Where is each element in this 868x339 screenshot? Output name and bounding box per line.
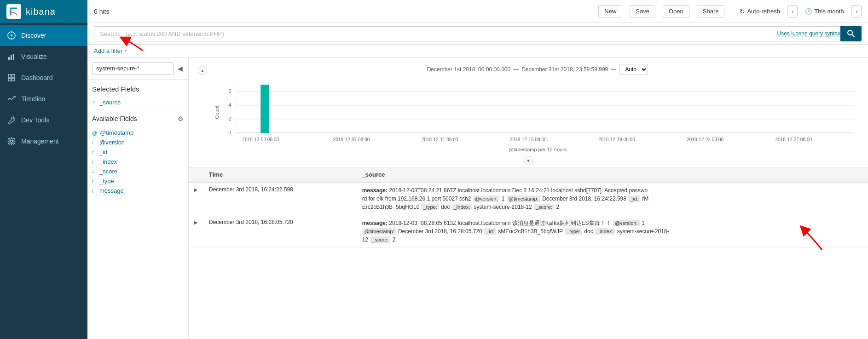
svg-text:2018-12-19 08:00: 2018-12-19 08:00 — [598, 137, 635, 142]
available-fields-header: Available Fields ⚙ — [87, 111, 188, 124]
time-prev-button[interactable]: ‹ — [787, 5, 798, 17]
svg-text:2018-12-07 08:00: 2018-12-07 08:00 — [333, 137, 370, 142]
search-button[interactable] — [840, 26, 862, 41]
autorefresh-label: Auto-refresh — [747, 8, 780, 15]
date-end: December 31st 2018, 23:59:59.999 — [521, 66, 608, 73]
available-field-timestamp[interactable]: @ @timestamp — [92, 128, 184, 138]
sidebar-item-timelion[interactable]: Timelion — [0, 88, 87, 109]
chart-svg: 0 2 4 6 2018-12-03 08:00 2018-12-07 08:0 — [212, 78, 863, 147]
svg-rect-11 — [12, 78, 15, 81]
interval-select[interactable]: Auto — [619, 64, 648, 75]
save-button[interactable]: Save — [630, 5, 655, 17]
autorefresh-control[interactable]: ↻ Auto-refresh — [740, 8, 780, 15]
time-next-button[interactable]: › — [851, 5, 862, 17]
row-expand-icon-2[interactable]: ▶ — [194, 220, 198, 225]
svg-rect-9 — [12, 75, 15, 77]
left-panel: system-secure-* ◀ Selected Fields ? _sou… — [87, 57, 189, 339]
sidebar-item-timelion-label: Timelion — [21, 95, 45, 103]
svg-rect-24 — [260, 85, 269, 133]
date-start: December 1st 2018, 00:00:00.000 — [427, 66, 510, 73]
row-time-2: December 3rd 2018, 16:28:05.720 — [203, 215, 357, 248]
available-field-version[interactable]: t @version — [92, 138, 184, 147]
search-icon — [847, 30, 855, 37]
date-dash: — — [611, 66, 616, 73]
svg-text:2018-12-27 08:00: 2018-12-27 08:00 — [775, 137, 812, 142]
available-fields-title: Available Fields — [92, 115, 137, 122]
searchbar: Uses lucene query syntax — [87, 23, 868, 45]
this-month-label: This month — [814, 8, 844, 15]
add-filter-button[interactable]: Add a filter + — [94, 47, 127, 54]
chart-collapse-bottom: ▼ — [193, 154, 863, 167]
row-time-1: December 3rd 2018, 16:24:22.598 — [203, 182, 357, 215]
sidebar-item-dashboard-label: Dashboard — [21, 74, 53, 81]
annotation-arrow-row2 — [776, 224, 831, 252]
sidebar-item-management-label: Management — [21, 138, 59, 145]
results-table: Time _source ▶ December 3rd 2018, 16:24:… — [189, 167, 868, 339]
sidebar-item-dashboard[interactable]: Dashboard — [0, 67, 87, 88]
svg-point-12 — [11, 140, 13, 143]
svg-text:0: 0 — [228, 130, 231, 135]
row-source-1: message: 2018-12-03T08:24:21.867Z localh… — [357, 182, 868, 215]
table-row: ▶ December 3rd 2018, 16:24:22.598 messag… — [189, 182, 868, 215]
index-dropdown[interactable]: system-secure-* — [92, 62, 174, 75]
svg-text:2018-12-11 08:00: 2018-12-11 08:00 — [422, 137, 458, 142]
hits-count: 6 hits — [94, 8, 109, 15]
share-button[interactable]: Share — [697, 5, 725, 17]
date-separator: — — [513, 66, 519, 73]
compass-icon — [6, 30, 17, 40]
content-area: system-secure-* ◀ Selected Fields ? _sou… — [87, 57, 868, 339]
open-button[interactable]: Open — [663, 5, 689, 17]
available-field-message[interactable]: t message — [92, 186, 184, 195]
sidebar-item-devtools-label: Dev Tools — [21, 116, 49, 124]
svg-text:2018-12-15 08:00: 2018-12-15 08:00 — [510, 137, 547, 142]
row-source-2: message: 2018-12-03T08:28:05.613Z localh… — [357, 215, 868, 248]
row-expand-icon-1[interactable]: ▶ — [194, 187, 198, 192]
sidebar-item-discover[interactable]: Discover — [0, 25, 87, 46]
time-range-display[interactable]: 🕐 This month — [805, 8, 844, 15]
wave-icon — [6, 94, 17, 104]
selected-field-source[interactable]: ? _source — [92, 98, 184, 107]
index-collapse-button[interactable]: ◀ — [177, 64, 184, 73]
kibana-logo-icon — [6, 4, 21, 19]
date-range: December 1st 2018, 00:00:00.000 — Decemb… — [427, 64, 648, 75]
sidebar-nav: Discover Visualize Dashboar — [0, 23, 87, 152]
sidebar: kibana Discover Visualize — [0, 0, 87, 339]
chart-header: December 1st 2018, 00:00:00.000 — Decemb… — [212, 62, 863, 78]
sidebar-item-visualize[interactable]: Visualize — [0, 46, 87, 67]
filterbar: Add a filter + — [87, 45, 868, 57]
svg-text:Count: Count — [214, 105, 220, 119]
svg-rect-6 — [11, 55, 12, 60]
available-fields-gear-icon[interactable]: ⚙ — [178, 115, 184, 122]
available-field-type[interactable]: t _type — [92, 176, 184, 186]
new-button[interactable]: New — [598, 5, 622, 17]
kibana-logo-text: kibana — [26, 6, 56, 17]
chart-collapse-top-button[interactable]: ▲ — [198, 66, 207, 75]
selected-fields-title: Selected Fields — [92, 83, 184, 95]
svg-line-14 — [852, 34, 854, 37]
table-row: ▶ December 3rd 2018, 16:28:05.720 messag… — [189, 215, 868, 248]
toolbar-divider — [732, 7, 732, 16]
chart-svg-container: 0 2 4 6 2018-12-03 08:00 2018-12-07 08:0 — [212, 78, 863, 147]
available-field-score[interactable]: # _score — [92, 167, 184, 176]
refresh-icon: ↻ — [740, 8, 745, 15]
svg-rect-5 — [8, 57, 10, 60]
available-fields-section: @ @timestamp t @version t _id t _index # — [87, 124, 188, 199]
sidebar-logo: kibana — [0, 0, 87, 23]
svg-text:4: 4 — [228, 102, 231, 108]
search-input[interactable] — [94, 26, 840, 41]
col-source: _source — [357, 167, 868, 182]
svg-text:2: 2 — [228, 116, 231, 121]
available-field-index[interactable]: t _index — [92, 157, 184, 167]
bar-chart-icon — [6, 52, 17, 62]
svg-rect-8 — [8, 75, 11, 77]
lucene-link[interactable]: Uses lucene query syntax — [777, 30, 840, 37]
wrench-icon — [6, 115, 17, 125]
table-header: Time _source — [189, 167, 868, 182]
sidebar-item-management[interactable]: Management — [0, 131, 87, 152]
x-axis-label: @timestamp per 12 hours — [212, 147, 863, 154]
chart-collapse-bottom-button[interactable]: ▼ — [524, 156, 533, 165]
svg-text:2018-12-03 08:00: 2018-12-03 08:00 — [242, 137, 279, 142]
available-field-id[interactable]: t _id — [92, 147, 184, 157]
svg-point-2 — [11, 34, 12, 36]
sidebar-item-devtools[interactable]: Dev Tools — [0, 109, 87, 131]
